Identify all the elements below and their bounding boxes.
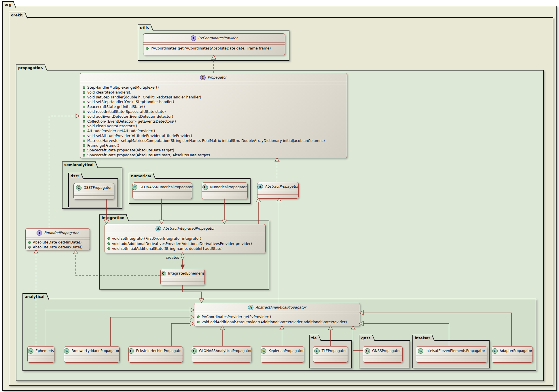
class-box-glonassnumericalpropagator: C GLONASSNumericalPropagator [132,182,192,199]
public-method-icon [83,86,85,89]
class-icon: C [28,348,33,354]
package-utils-tab: utils [138,24,151,31]
class-title: C GLONASSNumericalPropagator [133,183,192,191]
public-method-icon [107,242,110,245]
package-orekit-label: orekit [11,13,23,17]
class-name: PVCoordinatesProvider [198,36,238,40]
class-name: DSSTPropagator [84,186,112,190]
method-item: AttitudeProvider getAttitudeProvider() [83,129,345,134]
package-numerical-tab: numerical [129,173,154,179]
public-method-icon [28,246,31,249]
package-propagation-label: propagation [18,66,43,70]
class-icon: C [192,348,197,354]
class-name: Ephemeris [35,349,54,353]
public-method-icon [197,315,200,318]
class-box-dsstpropagator: C DSSTPropagator [73,183,114,199]
class-box-propagator: I Propagator StepHandlerMultiplexer getM… [80,73,347,158]
class-icon: C [492,348,498,354]
method-item: PVCoordinatesProvider getPvProvider() [197,314,358,319]
method-item: SpacecraftState propagate(AbsoluteDate s… [83,153,345,158]
class-title: C KeplerianPropagator [261,347,304,355]
method-item: void setIntegrator(FirstOrderIntegrator … [107,236,264,241]
public-method-icon [83,144,85,147]
method-item: void resetInitialState(SpacecraftState s… [83,109,345,114]
package-numerical-label: numerical [131,174,151,178]
class-icon: C [314,348,320,354]
class-box-brouwerlyddanepropagator: C BrouwerLyddanePropagator [64,346,120,363]
public-method-icon [83,101,85,103]
method-item: void addAdditionalStateProvider(Addition… [197,319,358,325]
abstract-class-icon: A [248,305,253,310]
class-box-ephemeris: C Ephemeris [27,346,54,363]
class-box-gnsspropagator: C GNSSPropagator [363,346,403,363]
public-method-icon [83,96,85,98]
public-method-icon [107,247,110,250]
class-name: EcksteinHechlerPropagator [136,349,183,353]
class-icon: C [132,184,137,190]
class-title: C NumericalPropagator [202,183,247,191]
class-title: C GNSSPropagator [363,347,402,355]
class-icon: C [202,184,208,190]
package-orekit-tab: orekit [9,12,25,18]
public-method-icon [83,149,85,152]
class-title: C IntelsatElevenElementsPropagator [416,347,487,355]
class-box-pvcoordinatesprovider: I PVCoordinatesProvider PVCoordinates ge… [143,33,285,55]
class-title: C DSSTPropagator [74,183,114,192]
method-item: void setStepHandler(OrekitStepHandler ha… [83,100,345,104]
class-name: AbstractPropagator [265,184,298,189]
class-title: C Ephemeris [28,347,54,355]
class-title: I PVCoordinatesProvider [143,34,285,42]
class-title: C GLONASSAnalyticalPropagator [192,347,251,355]
public-method-icon [83,115,85,118]
class-box-keplerianpropagator: C KeplerianPropagator [261,346,304,363]
method-item: MatricesHarvester setupMatricesComputati… [83,138,345,143]
public-method-icon [83,154,85,157]
abstract-class-icon: A [156,226,161,231]
package-gnss-tab: gnss [359,335,373,341]
method-item: SpacecraftState getInitialState() [83,104,345,109]
class-title: I BoundedPropagator [26,229,90,237]
package-tle-label: tle [311,336,317,340]
method-item: void setInitialAdditionalState(String na… [107,246,264,251]
class-title: C BrouwerLyddanePropagator [64,347,119,355]
class-name: IntelsatElevenElementsPropagator [425,349,485,353]
public-method-icon [197,321,200,323]
package-propagation-tab: propagation [16,64,45,71]
package-utils-label: utils [140,26,149,30]
package-intelsat-label: intelsat [415,336,430,340]
class-icon: C [76,185,82,191]
class-icon: C [64,348,69,354]
method-item: void clearEventsDetectors() [83,124,345,129]
class-title: C AdapterPropagator [492,347,533,355]
class-box-boundedpropagator: I BoundedPropagator AbsoluteDate getMinD… [25,228,90,250]
public-method-icon [83,140,85,142]
public-method-icon [83,106,85,108]
class-name: NumericalPropagator [210,185,247,189]
class-name: GLONASSAnalyticalPropagator [199,349,252,353]
public-method-icon [107,237,110,240]
class-name: TLEPropagator [322,349,347,353]
class-box-ecksteinhechlerpropagator: C EcksteinHechlerPropagator [128,346,183,363]
method-item: void clearStepHandlers() [83,90,345,95]
package-gnss-label: gnss [361,336,371,340]
class-box-abstractpropagator: A AbstractPropagator [257,182,299,199]
class-title: I Propagator [80,73,347,82]
method-item: StepHandlerMultiplexer getMultiplexer() [83,85,345,90]
public-method-icon [83,120,85,123]
package-analytical-tab: analytical [22,293,47,299]
method-item: Frame getFrame() [83,143,345,148]
package-semianalytical-label: semianalytical [64,163,94,167]
package-tle-tab: tle [309,335,319,341]
class-icon: C [418,348,423,354]
method-item: PVCoordinates getPVCoordinates(AbsoluteD… [146,46,283,51]
class-title: C EcksteinHechlerPropagator [129,347,183,355]
interface-icon: I [191,35,196,41]
class-icon: C [365,348,370,354]
public-method-icon [83,111,85,113]
public-method-icon [83,91,85,94]
class-box-glonassanalyticalpropagator: C GLONASSAnalyticalPropagator [192,346,251,363]
package-integration-label: integration [102,216,124,220]
abstract-class-icon: A [257,184,263,189]
class-box-tlepropagator: C TLEPropagator [313,346,348,363]
package-dsst-label: dsst [71,174,79,178]
